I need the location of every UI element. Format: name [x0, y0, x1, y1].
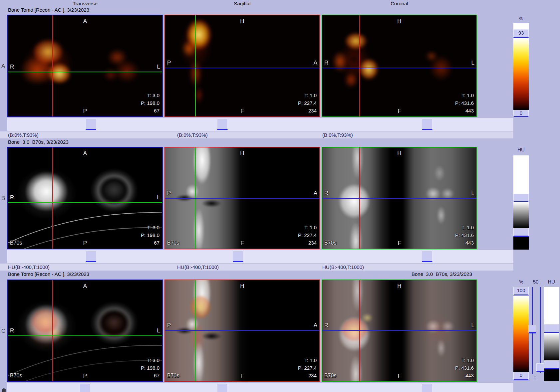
slice-slider-handle-sagittal[interactable]	[233, 251, 243, 262]
orientation-label-left: R	[324, 60, 328, 66]
row-label-c: C	[1, 328, 5, 334]
crosshair-vertical	[52, 147, 53, 249]
fusion-blend-handle-right[interactable]	[536, 363, 544, 372]
fused-hu-above-window	[544, 287, 559, 324]
crosshair-horizontal	[165, 330, 319, 331]
panel-c-coronal[interactable]: HFRLB70sT: 1.0P: 431.6443	[322, 280, 477, 382]
crosshair-vertical	[359, 15, 360, 116]
window-info-text: (B:0%,T:93%)	[8, 132, 39, 138]
fused-percent-upper-handle[interactable]: 100	[513, 287, 529, 295]
nm-colorbar-unit: %	[513, 15, 529, 21]
slice-slider-handle-coronal[interactable]	[422, 119, 432, 130]
thickness-value: T: 1.0	[455, 224, 474, 231]
crosshair-vertical	[52, 280, 53, 381]
crosshair-horizontal	[165, 68, 319, 68]
thickness-value: T: 1.0	[298, 92, 317, 99]
nm-lower-threshold-handle[interactable]: 0	[513, 110, 529, 117]
slice-slider-handle-coronal[interactable]	[422, 251, 432, 262]
ct-colorbar-unit: HU	[513, 147, 529, 152]
slice-slider-handle-coronal[interactable]	[422, 384, 432, 392]
crosshair-horizontal	[322, 68, 476, 68]
orientation-label-right: L	[157, 327, 160, 334]
fused-hu-upper-handle[interactable]	[544, 324, 559, 333]
nm-upper-threshold-handle[interactable]: 93	[513, 29, 529, 38]
crosshair-vertical	[52, 15, 53, 116]
series-type-label: B70s	[10, 240, 22, 246]
orientation-label-top: H	[322, 283, 476, 290]
crosshair-horizontal	[165, 198, 319, 199]
bottom-edge-glyph	[2, 388, 6, 392]
thickness-value: T: 3.0	[141, 224, 159, 231]
slice-slider-handle-transverse[interactable]	[86, 251, 96, 262]
slice-info-block: T: 1.0P: 431.6443	[455, 92, 474, 114]
crosshair-horizontal	[322, 330, 476, 331]
slice-info-block: T: 3.0P: 198.067	[141, 224, 159, 247]
orientation-label-top: A	[8, 150, 162, 157]
orientation-label-left: R	[324, 190, 328, 197]
slice-slider-track-row-a[interactable]	[7, 118, 513, 131]
orientation-label-bottom: P	[8, 373, 162, 379]
panel-c-sagittal[interactable]: HFPAB70sT: 1.0P: 227.4234	[164, 280, 320, 382]
ct-gray-gradient	[513, 202, 529, 228]
slice-info-block: T: 3.0P: 198.067	[141, 356, 159, 379]
panel-a-transverse[interactable]: APRLT: 3.0P: 198.067	[7, 15, 163, 117]
fused-hu-unit: HU	[544, 279, 559, 285]
series-header-row-b: Bone 3.0 B70s, 3/23/2023	[8, 139, 69, 145]
crosshair-vertical	[195, 15, 196, 116]
nm-colorbar-above-range	[513, 23, 529, 29]
orientation-label-right: A	[314, 60, 317, 66]
row-label-b: B	[1, 195, 5, 202]
slice-info-block: T: 1.0P: 227.4234	[298, 224, 317, 247]
position-value: P: 198.0	[141, 364, 159, 372]
thickness-value: T: 1.0	[455, 92, 474, 99]
ct-lower-window-handle[interactable]	[513, 228, 529, 237]
orientation-label-left: R	[10, 327, 14, 334]
slice-slider-handle-sagittal[interactable]	[217, 384, 228, 392]
fused-hu-below-window	[544, 369, 559, 381]
fusion-blend-handle-left[interactable]	[528, 325, 536, 333]
panel-b-sagittal[interactable]: HFPAB70sT: 1.0P: 227.4234	[164, 147, 320, 249]
ct-colorbar-above-window	[513, 155, 529, 194]
row-label-a: A	[1, 63, 5, 70]
fused-percent-unit: %	[513, 279, 529, 285]
slice-number: 234	[298, 239, 317, 247]
orientation-label-left: R	[10, 64, 14, 70]
thickness-value: T: 3.0	[141, 92, 159, 99]
panel-b-coronal[interactable]: HFRLB70sT: 1.0P: 431.6443	[322, 147, 477, 249]
fused-hu-lower-handle[interactable]	[544, 360, 559, 369]
slice-slider-track-row-c[interactable]	[7, 383, 513, 392]
orientation-label-top: H	[322, 150, 476, 157]
panel-c-transverse[interactable]: APRLB70sT: 3.0P: 198.067	[7, 280, 163, 382]
orientation-label-bottom: F	[322, 240, 476, 247]
window-info-row-b: HU(B:-400,T:1000)HU(B:-400,T:1000)HU(B:-…	[0, 264, 513, 271]
series-header-row-c-left: Bone Tomo [Recon - AC ], 3/23/2023	[8, 271, 89, 277]
slice-slider-handle-transverse[interactable]	[86, 119, 96, 130]
slice-slider-handle-transverse[interactable]	[80, 384, 90, 392]
ct-colorbar-below-window	[513, 237, 529, 250]
slice-number: 234	[298, 372, 317, 379]
position-value: P: 431.6	[455, 99, 474, 107]
slice-slider-track-row-b[interactable]	[7, 250, 513, 263]
thickness-value: T: 3.0	[141, 356, 159, 364]
slice-info-block: T: 1.0P: 431.6443	[455, 356, 474, 379]
series-type-label: B70s	[167, 240, 179, 246]
position-value: P: 198.0	[141, 99, 159, 107]
fusion-blend-lower-label: 0	[531, 375, 539, 380]
fusion-blend-slider-right-track[interactable]	[540, 287, 541, 373]
orientation-label-top: H	[165, 283, 319, 290]
ct-upper-window-handle[interactable]	[513, 194, 529, 202]
orientation-label-right: L	[157, 64, 160, 70]
fu-sagittal-image	[164, 280, 320, 382]
panel-a-coronal[interactable]: HFRLT: 1.0P: 431.6443	[322, 15, 477, 117]
crosshair-horizontal	[8, 72, 162, 72]
panel-b-transverse[interactable]: APRLB70sT: 3.0P: 198.067	[7, 147, 163, 249]
slice-number: 443	[455, 372, 474, 379]
panel-a-sagittal[interactable]: HFPAT: 1.0P: 227.4234	[164, 15, 320, 117]
crosshair-vertical	[359, 280, 360, 381]
column-title-transverse: Transverse	[7, 1, 163, 6]
orientation-label-right: L	[471, 190, 474, 197]
fused-percent-lower-handle[interactable]: 0	[513, 372, 529, 380]
fused-percent-colorbar: 100 0	[513, 287, 529, 380]
slice-slider-handle-sagittal[interactable]	[217, 119, 228, 130]
slice-info-block: T: 3.0P: 198.067	[141, 92, 159, 114]
